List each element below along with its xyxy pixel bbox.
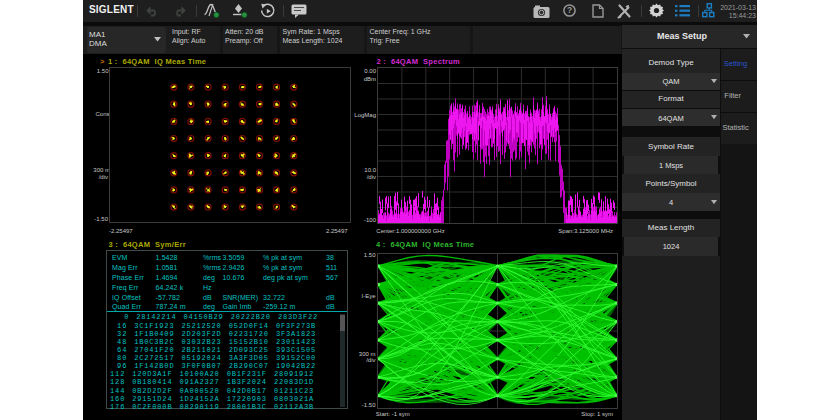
svg-text:?: ? (567, 5, 572, 15)
